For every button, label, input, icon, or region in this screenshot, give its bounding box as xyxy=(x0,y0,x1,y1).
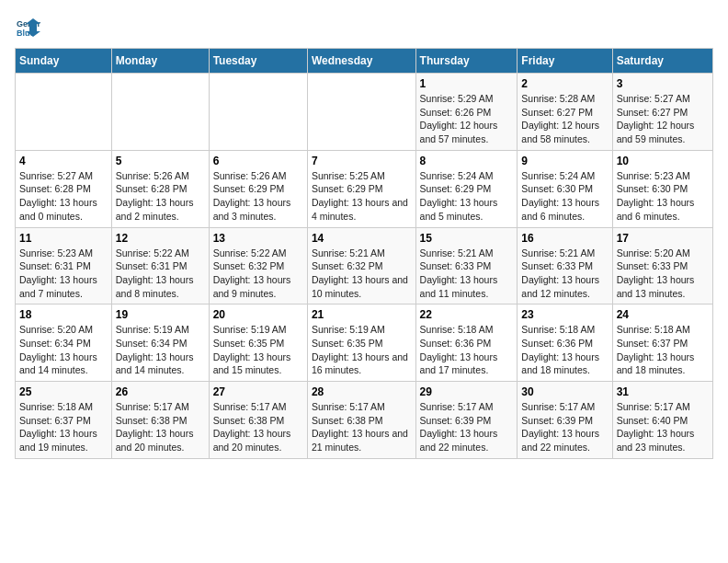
day-info: Sunrise: 5:17 AMSunset: 6:39 PMDaylight:… xyxy=(420,400,514,454)
calendar-cell-w4d5: 30Sunrise: 5:17 AMSunset: 6:39 PMDayligh… xyxy=(518,382,612,459)
day-info: Sunrise: 5:29 AMSunset: 6:26 PMDaylight:… xyxy=(420,92,514,146)
day-info: Sunrise: 5:17 AMSunset: 6:40 PMDaylight:… xyxy=(617,400,709,454)
day-number: 21 xyxy=(312,308,412,321)
calendar-cell-w1d5: 9Sunrise: 5:24 AMSunset: 6:30 PMDaylight… xyxy=(518,150,612,227)
day-number: 16 xyxy=(521,232,608,245)
day-number: 27 xyxy=(213,385,303,398)
calendar-cell-w3d1: 19Sunrise: 5:19 AMSunset: 6:34 PMDayligh… xyxy=(111,304,209,382)
calendar-cell-w2d4: 15Sunrise: 5:21 AMSunset: 6:33 PMDayligh… xyxy=(415,227,518,304)
day-number: 30 xyxy=(521,385,608,398)
day-number: 24 xyxy=(617,308,709,321)
day-number: 5 xyxy=(116,155,205,167)
day-number: 18 xyxy=(19,308,108,321)
calendar-cell-w3d6: 24Sunrise: 5:18 AMSunset: 6:37 PMDayligh… xyxy=(612,304,712,382)
day-info: Sunrise: 5:17 AMSunset: 6:38 PMDaylight:… xyxy=(312,400,412,454)
day-info: Sunrise: 5:24 AMSunset: 6:30 PMDaylight:… xyxy=(521,169,608,224)
day-info: Sunrise: 5:28 AMSunset: 6:27 PMDaylight:… xyxy=(521,92,608,146)
day-number: 31 xyxy=(617,385,709,398)
day-info: Sunrise: 5:21 AMSunset: 6:32 PMDaylight:… xyxy=(312,247,412,301)
day-number: 22 xyxy=(420,308,514,321)
calendar-cell-w4d0: 25Sunrise: 5:18 AMSunset: 6:37 PMDayligh… xyxy=(16,382,112,459)
day-info: Sunrise: 5:24 AMSunset: 6:29 PMDaylight:… xyxy=(420,169,514,224)
day-number: 26 xyxy=(116,385,205,398)
calendar-cell-w0d1 xyxy=(111,74,209,151)
day-info: Sunrise: 5:19 AMSunset: 6:34 PMDaylight:… xyxy=(116,323,205,377)
day-info: Sunrise: 5:27 AMSunset: 6:28 PMDaylight:… xyxy=(19,169,108,224)
day-info: Sunrise: 5:27 AMSunset: 6:27 PMDaylight:… xyxy=(617,92,709,146)
calendar-cell-w0d5: 2Sunrise: 5:28 AMSunset: 6:27 PMDaylight… xyxy=(518,74,612,151)
day-number: 23 xyxy=(521,308,608,321)
day-info: Sunrise: 5:19 AMSunset: 6:35 PMDaylight:… xyxy=(312,323,412,377)
day-info: Sunrise: 5:19 AMSunset: 6:35 PMDaylight:… xyxy=(213,323,303,377)
day-info: Sunrise: 5:22 AMSunset: 6:31 PMDaylight:… xyxy=(116,247,205,301)
day-number: 3 xyxy=(617,77,709,90)
day-info: Sunrise: 5:18 AMSunset: 6:37 PMDaylight:… xyxy=(19,400,108,454)
logo-icon: General Blue xyxy=(15,15,40,40)
calendar-cell-w3d4: 22Sunrise: 5:18 AMSunset: 6:36 PMDayligh… xyxy=(415,304,518,382)
calendar-cell-w2d3: 14Sunrise: 5:21 AMSunset: 6:32 PMDayligh… xyxy=(307,227,415,304)
day-number: 4 xyxy=(19,155,108,167)
day-number: 28 xyxy=(312,385,412,398)
day-info: Sunrise: 5:18 AMSunset: 6:37 PMDaylight:… xyxy=(617,323,709,377)
calendar-cell-w4d3: 28Sunrise: 5:17 AMSunset: 6:38 PMDayligh… xyxy=(307,382,415,459)
weekday-header-sunday: Sunday xyxy=(16,49,112,74)
calendar-cell-w1d4: 8Sunrise: 5:24 AMSunset: 6:29 PMDaylight… xyxy=(415,150,518,227)
calendar-cell-w3d5: 23Sunrise: 5:18 AMSunset: 6:36 PMDayligh… xyxy=(518,304,612,382)
day-number: 12 xyxy=(116,232,205,245)
calendar-cell-w3d3: 21Sunrise: 5:19 AMSunset: 6:35 PMDayligh… xyxy=(307,304,415,382)
day-info: Sunrise: 5:18 AMSunset: 6:36 PMDaylight:… xyxy=(521,323,608,377)
day-info: Sunrise: 5:17 AMSunset: 6:38 PMDaylight:… xyxy=(116,400,205,454)
weekday-header-tuesday: Tuesday xyxy=(209,49,307,74)
calendar-cell-w2d6: 17Sunrise: 5:20 AMSunset: 6:33 PMDayligh… xyxy=(612,227,712,304)
calendar-cell-w4d6: 31Sunrise: 5:17 AMSunset: 6:40 PMDayligh… xyxy=(612,382,712,459)
day-info: Sunrise: 5:20 AMSunset: 6:34 PMDaylight:… xyxy=(19,323,108,377)
day-info: Sunrise: 5:23 AMSunset: 6:30 PMDaylight:… xyxy=(617,169,709,224)
calendar-cell-w2d5: 16Sunrise: 5:21 AMSunset: 6:33 PMDayligh… xyxy=(518,227,612,304)
calendar-cell-w0d0 xyxy=(16,74,112,151)
day-info: Sunrise: 5:20 AMSunset: 6:33 PMDaylight:… xyxy=(617,247,709,301)
calendar-cell-w0d6: 3Sunrise: 5:27 AMSunset: 6:27 PMDaylight… xyxy=(612,74,712,151)
day-number: 14 xyxy=(312,232,412,245)
weekday-header-friday: Friday xyxy=(518,49,612,74)
day-number: 2 xyxy=(521,77,608,90)
calendar-cell-w2d0: 11Sunrise: 5:23 AMSunset: 6:31 PMDayligh… xyxy=(16,227,112,304)
calendar-cell-w4d4: 29Sunrise: 5:17 AMSunset: 6:39 PMDayligh… xyxy=(415,382,518,459)
day-info: Sunrise: 5:23 AMSunset: 6:31 PMDaylight:… xyxy=(19,247,108,301)
day-info: Sunrise: 5:26 AMSunset: 6:28 PMDaylight:… xyxy=(116,169,205,224)
calendar-cell-w0d2 xyxy=(209,74,307,151)
day-number: 19 xyxy=(116,308,205,321)
day-number: 25 xyxy=(19,385,108,398)
day-info: Sunrise: 5:21 AMSunset: 6:33 PMDaylight:… xyxy=(420,247,514,301)
day-info: Sunrise: 5:22 AMSunset: 6:32 PMDaylight:… xyxy=(213,247,303,301)
day-number: 6 xyxy=(213,155,303,167)
day-info: Sunrise: 5:17 AMSunset: 6:39 PMDaylight:… xyxy=(521,400,608,454)
weekday-header-wednesday: Wednesday xyxy=(307,49,415,74)
calendar-cell-w4d1: 26Sunrise: 5:17 AMSunset: 6:38 PMDayligh… xyxy=(111,382,209,459)
calendar-cell-w2d2: 13Sunrise: 5:22 AMSunset: 6:32 PMDayligh… xyxy=(209,227,307,304)
day-info: Sunrise: 5:26 AMSunset: 6:29 PMDaylight:… xyxy=(213,169,303,224)
day-number: 1 xyxy=(420,77,514,90)
calendar-cell-w4d2: 27Sunrise: 5:17 AMSunset: 6:38 PMDayligh… xyxy=(209,382,307,459)
calendar-cell-w1d0: 4Sunrise: 5:27 AMSunset: 6:28 PMDaylight… xyxy=(16,150,112,227)
day-number: 20 xyxy=(213,308,303,321)
calendar-cell-w0d3 xyxy=(307,74,415,151)
day-number: 11 xyxy=(19,232,108,245)
day-number: 10 xyxy=(617,155,709,167)
day-number: 17 xyxy=(617,232,709,245)
day-number: 15 xyxy=(420,232,514,245)
day-info: Sunrise: 5:18 AMSunset: 6:36 PMDaylight:… xyxy=(420,323,514,377)
weekday-header-monday: Monday xyxy=(111,49,209,74)
day-number: 13 xyxy=(213,232,303,245)
calendar-cell-w0d4: 1Sunrise: 5:29 AMSunset: 6:26 PMDaylight… xyxy=(415,74,518,151)
day-number: 8 xyxy=(420,155,514,167)
day-info: Sunrise: 5:21 AMSunset: 6:33 PMDaylight:… xyxy=(521,247,608,301)
logo: General Blue xyxy=(15,15,44,40)
calendar-table: SundayMondayTuesdayWednesdayThursdayFrid… xyxy=(15,48,713,459)
day-number: 7 xyxy=(312,155,412,167)
calendar-cell-w1d3: 7Sunrise: 5:25 AMSunset: 6:29 PMDaylight… xyxy=(307,150,415,227)
weekday-header-saturday: Saturday xyxy=(612,49,712,74)
day-info: Sunrise: 5:17 AMSunset: 6:38 PMDaylight:… xyxy=(213,400,303,454)
weekday-header-thursday: Thursday xyxy=(415,49,518,74)
calendar-cell-w1d6: 10Sunrise: 5:23 AMSunset: 6:30 PMDayligh… xyxy=(612,150,712,227)
day-info: Sunrise: 5:25 AMSunset: 6:29 PMDaylight:… xyxy=(312,169,412,224)
